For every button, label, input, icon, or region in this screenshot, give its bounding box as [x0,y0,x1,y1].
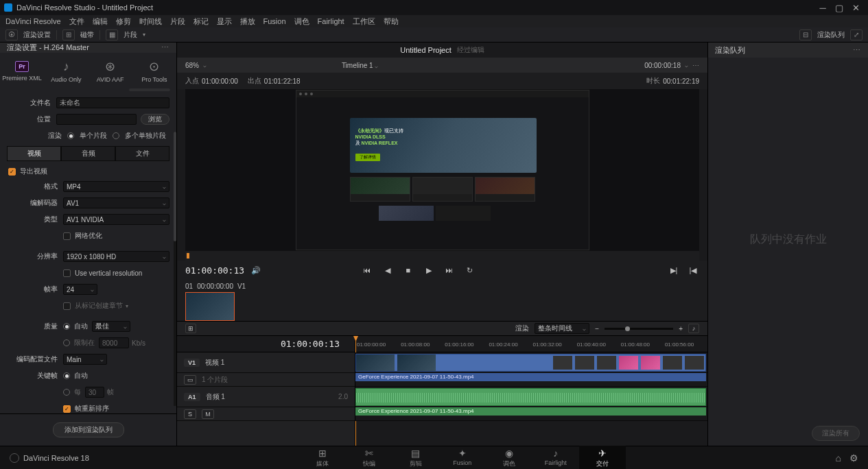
zoom-slider[interactable] [605,328,673,330]
chapter-check[interactable] [63,302,71,310]
quality-auto-radio[interactable] [63,323,70,330]
codec-select[interactable]: AV1⌵ [63,197,169,208]
file-tab[interactable]: 文件 [115,146,169,161]
menu-item[interactable]: 文件 [69,16,84,27]
page-color[interactable]: ◉调色 [486,446,532,470]
close-button[interactable]: ✕ [847,0,864,15]
volume-icon[interactable]: 🔊 [250,264,262,276]
timeline-name[interactable]: Timeline 1 [342,62,373,69]
render-settings-toggle[interactable]: ⦿ [5,29,18,40]
browse-button[interactable]: 浏览 [141,114,169,125]
chevron-down-icon[interactable]: ⌵ [203,62,207,69]
menu-item[interactable]: 帮助 [384,16,399,27]
preset-protools[interactable]: ⊙Pro Tools [132,57,176,86]
video-clip[interactable] [355,354,706,372]
video-track[interactable] [355,352,707,373]
single-clip-radio[interactable] [67,132,74,139]
options-menu[interactable]: ⋯ [161,43,169,52]
page-cut[interactable]: ✄快编 [346,446,392,470]
menu-item[interactable]: 标记 [193,16,209,27]
vertical-res-check[interactable] [63,269,71,277]
options-menu[interactable]: ⋯ [692,62,699,69]
menu-item[interactable]: Fusion [263,17,286,25]
preset-avid[interactable]: ⊛AVID AAF [89,57,132,86]
home-icon[interactable]: ⌂ [836,453,841,464]
audio-tab[interactable]: 音频 [61,146,115,161]
panel-scrollbar[interactable] [174,132,176,406]
expand-icon[interactable]: ⤢ [850,29,863,40]
video-track-sub[interactable]: ▭1 个片段 [177,373,355,387]
maximize-button[interactable]: ▢ [831,0,847,15]
render-queue-toggle[interactable]: ⊟ [799,29,812,40]
mute-button[interactable]: M [202,409,214,419]
viewer-scrubber[interactable] [185,251,699,261]
format-select[interactable]: MP4⌵ [63,181,169,192]
render-range-select[interactable]: 整条时间线⌵ [535,323,589,334]
export-video-check[interactable] [8,168,16,176]
tape-icon[interactable]: ⊞ [62,29,75,40]
toolbar-label[interactable]: 片段 [124,30,137,40]
multi-clip-radio[interactable] [113,132,119,139]
render-all-button[interactable]: 渲染所有 [812,426,860,441]
keyframe-reorder-check[interactable] [63,405,71,413]
settings-icon[interactable]: ⚙ [849,453,858,464]
page-deliver[interactable]: ✈交付 [579,446,626,470]
keyframe-every-radio[interactable] [63,389,70,396]
chevron-down-icon[interactable]: ⌵ [685,62,688,69]
page-fairlight[interactable]: ♪Fairlight [532,446,579,470]
quality-limit-radio[interactable] [63,339,70,346]
type-select[interactable]: AV1 NVIDIA⌵ [63,214,169,225]
timeline-options-icon[interactable]: ⊞ [185,324,196,333]
video-tab[interactable]: 视频 [7,146,61,161]
viewer[interactable]: 《永劫无间》现已支持NVIDIA DLSS及 NVIDIA REFLEX 了解详… [185,89,699,251]
fps-select[interactable]: 24⌵ [63,284,97,295]
profile-select[interactable]: Main⌵ [63,354,107,365]
audio-track[interactable] [355,387,707,407]
audio-track-header[interactable]: A1音频 12.0 [177,387,355,407]
add-to-queue-button[interactable]: 添加到渲染队列 [53,422,124,437]
page-edit[interactable]: ▤剪辑 [392,446,439,470]
options-menu[interactable]: ⋯ [853,46,861,55]
video-track-header[interactable]: V1视频 1 [177,352,355,373]
page-fusion[interactable]: ✦Fusion [439,446,486,470]
menu-item[interactable]: DaVinci Resolve [5,17,61,25]
keyframe-auto-radio[interactable] [63,372,70,379]
loop-button[interactable]: ↻ [464,264,476,276]
menu-item[interactable]: 时间线 [139,16,162,27]
preset-audio-only[interactable]: ♪Audio Only [44,57,88,86]
preset-premiere[interactable]: PrPremiere XML [0,57,44,86]
menu-item[interactable]: Fairlight [318,17,344,25]
chevron-down-icon[interactable]: ▾ [143,32,145,38]
audio-track-sub[interactable]: SM [177,407,355,421]
first-frame-button[interactable]: ⏮ [361,264,373,276]
zoom-out-icon[interactable]: − [595,325,599,333]
clip-thumbnail[interactable] [185,292,235,321]
play-button[interactable]: ▶ [423,264,435,276]
menu-item[interactable]: 显示 [217,16,232,27]
stop-button[interactable]: ■ [402,264,414,276]
zoom-in-icon[interactable]: + [679,325,683,333]
jump-start-button[interactable]: |◀ [687,264,699,276]
page-media[interactable]: ⊞媒体 [299,446,346,470]
resolution-select[interactable]: 1920 x 1080 HD⌵ [63,251,169,262]
clips-icon[interactable]: ▦ [106,29,118,40]
jump-end-button[interactable]: ▶| [668,264,680,276]
location-input[interactable] [56,114,137,125]
menu-item[interactable]: 编辑 [93,16,108,27]
quality-select[interactable]: 最佳⌵ [92,321,130,332]
solo-button[interactable]: S [184,409,196,419]
minimize-button[interactable]: ─ [814,0,831,15]
menu-item[interactable]: 修剪 [116,16,131,27]
timeline-ruler[interactable]: 01:00:00:0001:00:08:0001:00:16:0001:00:2… [355,336,707,352]
filename-input[interactable]: 未命名 [56,97,169,108]
next-frame-button[interactable]: ⏭ [443,264,456,276]
menu-item[interactable]: 播放 [240,16,255,27]
netopt-check[interactable] [63,232,71,240]
menu-item[interactable]: 片段 [170,16,185,27]
zoom-level[interactable]: 68% [185,62,199,69]
prev-frame-button[interactable]: ◀ [382,264,394,276]
audio-clip[interactable] [355,388,706,406]
menu-item[interactable]: 工作区 [353,16,375,27]
chevron-down-icon[interactable]: ⌵ [375,63,378,69]
menu-item[interactable]: 调色 [294,16,309,27]
